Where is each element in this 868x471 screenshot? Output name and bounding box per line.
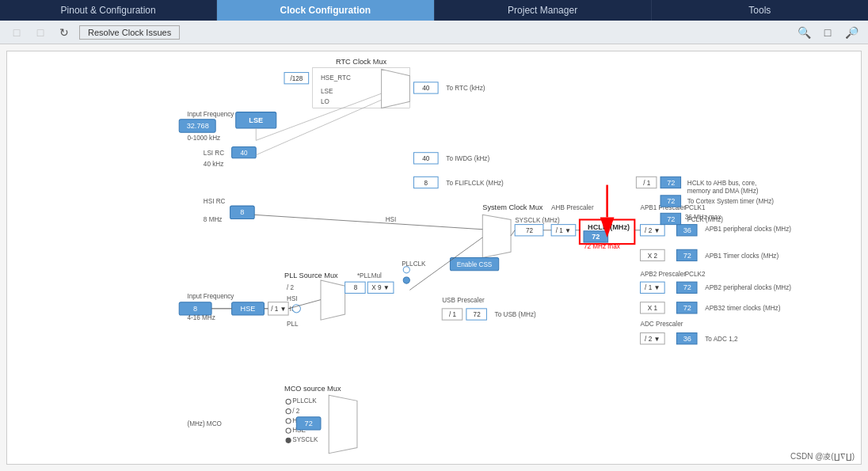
svg-point-103 <box>403 267 409 273</box>
svg-text:APB1 Timer clocks (MHz): APB1 Timer clocks (MHz) <box>705 253 779 260</box>
svg-text:HSI RC: HSI RC <box>204 198 226 205</box>
zoom-out-button[interactable]: 🔎 <box>843 24 860 41</box>
svg-text:X 2: X 2 <box>648 253 658 260</box>
toolbar: □ □ ↻ Resolve Clock Issues 🔍 □ 🔎 <box>0 21 868 44</box>
svg-text:*PLLMul: *PLLMul <box>357 272 382 279</box>
svg-text:memory and DMA (MHz): memory and DMA (MHz) <box>687 188 759 195</box>
svg-text:72: 72 <box>683 252 691 260</box>
svg-text:APB32 timer clocks (MHz): APB32 timer clocks (MHz) <box>705 305 780 312</box>
svg-text:/ 1: / 1 <box>449 311 457 318</box>
svg-text:/ 2 ▼: / 2 ▼ <box>645 227 660 234</box>
svg-marker-96 <box>321 280 345 320</box>
svg-text:HSE: HSE <box>241 305 256 313</box>
svg-point-146 <box>286 438 291 443</box>
svg-text:HSI: HSI <box>386 216 397 223</box>
svg-text:/ 1 ▼: / 1 ▼ <box>271 306 286 313</box>
nav-clock[interactable]: Clock Configuration <box>217 0 434 21</box>
svg-text:/ 1 ▼: / 1 ▼ <box>645 284 660 291</box>
svg-point-104 <box>403 277 409 283</box>
svg-text:72: 72 <box>683 304 691 312</box>
redo-button[interactable]: □ <box>32 24 49 41</box>
svg-text:/ 2: / 2 <box>292 408 300 415</box>
svg-text:To USB (MHz): To USB (MHz) <box>495 311 536 318</box>
watermark: CSDN @凌(∐∇∐) <box>784 450 861 464</box>
svg-text:X 9 ▼: X 9 ▼ <box>371 284 390 291</box>
svg-text:SYSCLK (MHz): SYSCLK (MHz) <box>515 217 560 224</box>
svg-text:40: 40 <box>422 85 430 92</box>
reset-zoom-button[interactable]: □ <box>819 24 836 41</box>
nav-project[interactable]: Project Manager <box>435 0 652 21</box>
svg-text:PLLCLK: PLLCLK <box>402 260 426 268</box>
svg-text:PLLCLK: PLLCLK <box>292 397 317 405</box>
svg-point-142 <box>286 399 291 404</box>
svg-text:SYSCLK: SYSCLK <box>292 436 318 443</box>
svg-marker-8 <box>382 69 410 108</box>
svg-text:/ 2: / 2 <box>287 284 295 291</box>
svg-text:To RTC (kHz): To RTC (kHz) <box>446 85 485 92</box>
svg-text:HCLK to AHB bus, core,: HCLK to AHB bus, core, <box>687 180 757 187</box>
svg-text:X 1: X 1 <box>648 305 658 312</box>
svg-text:8: 8 <box>424 180 428 187</box>
svg-text:72: 72 <box>474 311 482 318</box>
svg-text:HSI: HSI <box>287 295 298 302</box>
svg-text:8: 8 <box>240 208 244 216</box>
undo-button[interactable]: □ <box>8 24 25 41</box>
svg-text:PCLK1: PCLK1 <box>685 204 706 211</box>
svg-text:HCLK (MHz): HCLK (MHz) <box>588 223 630 231</box>
svg-text:72: 72 <box>667 215 675 223</box>
svg-text:RTC Clock Mux: RTC Clock Mux <box>336 58 387 66</box>
svg-text:Input Frequency: Input Frequency <box>187 293 234 300</box>
svg-text:PLL Source Mux: PLL Source Mux <box>284 272 338 279</box>
svg-text:(MHz) MCO: (MHz) MCO <box>187 420 222 427</box>
svg-text:To IWDG (kHz): To IWDG (kHz) <box>446 155 489 162</box>
svg-text:8 MHz: 8 MHz <box>204 216 223 223</box>
svg-text:APB2 Prescaler: APB2 Prescaler <box>641 271 687 278</box>
svg-text:40 kHz: 40 kHz <box>204 161 223 168</box>
svg-text:ADC Prescaler: ADC Prescaler <box>641 321 683 328</box>
svg-text:72: 72 <box>305 420 313 427</box>
svg-text:72: 72 <box>526 227 534 234</box>
svg-text:72: 72 <box>667 179 675 187</box>
svg-text:LSI RC: LSI RC <box>204 150 224 157</box>
clock-diagram-svg: RTC Clock Mux HSE_RTC /128 LSE LO 40 To … <box>7 51 861 464</box>
svg-text:4-16 MHz: 4-16 MHz <box>187 314 215 321</box>
nav-bar: Pinout & Configuration Clock Configurati… <box>0 0 868 21</box>
svg-text:MCO source Mux: MCO source Mux <box>284 385 341 393</box>
svg-text:LSE: LSE <box>249 116 263 124</box>
svg-text:72: 72 <box>667 197 675 205</box>
svg-text:8: 8 <box>193 305 197 313</box>
main-content: RTC Clock Mux HSE_RTC /128 LSE LO 40 To … <box>0 44 868 471</box>
nav-pinout[interactable]: Pinout & Configuration <box>0 0 217 21</box>
svg-text:/ 1 ▼: / 1 ▼ <box>556 227 571 234</box>
svg-text:PLL: PLL <box>287 321 299 328</box>
clock-diagram[interactable]: RTC Clock Mux HSE_RTC /128 LSE LO 40 To … <box>6 51 862 465</box>
svg-point-143 <box>286 409 291 414</box>
svg-text:/ 2 ▼: / 2 ▼ <box>645 336 660 343</box>
svg-text:FCLK (MHz): FCLK (MHz) <box>687 216 724 223</box>
svg-text:AHB Prescaler: AHB Prescaler <box>551 204 594 211</box>
resolve-clock-button[interactable]: Resolve Clock Issues <box>79 25 180 40</box>
svg-text:40: 40 <box>422 155 430 162</box>
svg-text:40: 40 <box>240 150 248 157</box>
svg-point-145 <box>286 428 291 433</box>
svg-text:72: 72 <box>592 233 600 241</box>
svg-text:Enable CSS: Enable CSS <box>457 261 493 268</box>
svg-text:LSE: LSE <box>321 88 333 95</box>
svg-text:/ 1: / 1 <box>643 180 651 187</box>
svg-text:PCLK2: PCLK2 <box>685 271 706 278</box>
svg-text:APB1 peripheral clocks (MHz): APB1 peripheral clocks (MHz) <box>705 226 791 233</box>
svg-text:36: 36 <box>683 335 691 343</box>
svg-text:Input Frequency: Input Frequency <box>187 111 234 118</box>
svg-text:HSE_RTC: HSE_RTC <box>321 74 351 82</box>
svg-text:APB2 peripheral clocks (MHz): APB2 peripheral clocks (MHz) <box>705 284 791 291</box>
svg-point-144 <box>286 419 291 424</box>
nav-tools[interactable]: Tools <box>652 0 868 21</box>
svg-text:To FLIFLCLK (MHz): To FLIFLCLK (MHz) <box>446 180 504 187</box>
svg-marker-138 <box>329 395 357 454</box>
svg-text:/128: /128 <box>290 75 303 82</box>
svg-text:LO: LO <box>321 98 329 105</box>
zoom-in-button[interactable]: 🔍 <box>795 24 813 41</box>
svg-text:USB Prescaler: USB Prescaler <box>442 297 485 304</box>
refresh-button[interactable]: ↻ <box>55 24 73 41</box>
svg-text:8: 8 <box>354 284 358 291</box>
